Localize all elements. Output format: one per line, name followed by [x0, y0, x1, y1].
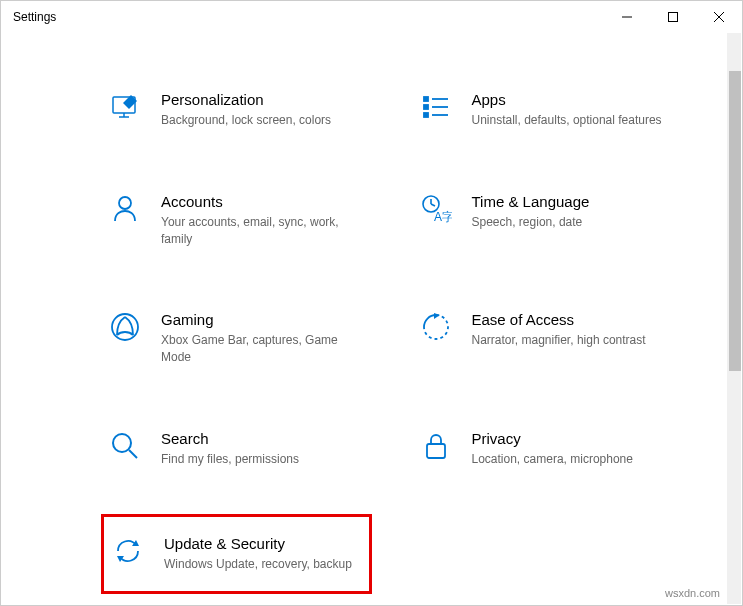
window-title: Settings: [13, 10, 56, 24]
category-text: Privacy Location, camera, microphone: [472, 430, 675, 468]
settings-grid: Personalization Background, lock screen,…: [1, 33, 742, 604]
privacy-icon: [420, 430, 452, 462]
category-desc: Windows Update, recovery, backup: [164, 556, 361, 573]
minimize-button[interactable]: [604, 1, 650, 33]
time-language-icon: A字: [420, 193, 452, 225]
ease-of-access-icon: [420, 311, 452, 343]
category-title: Apps: [472, 91, 675, 108]
personalization-icon: [109, 91, 141, 123]
category-desc: Location, camera, microphone: [472, 451, 675, 468]
category-desc: Background, lock screen, colors: [161, 112, 364, 129]
update-security-icon: [112, 535, 144, 567]
category-text: Gaming Xbox Game Bar, captures, Game Mod…: [161, 311, 364, 366]
category-text: Time & Language Speech, region, date: [472, 193, 675, 231]
svg-rect-8: [424, 105, 428, 109]
svg-rect-22: [427, 444, 445, 458]
category-gaming[interactable]: Gaming Xbox Game Bar, captures, Game Mod…: [101, 303, 372, 374]
accounts-icon: [109, 193, 141, 225]
category-accounts[interactable]: Accounts Your accounts, email, sync, wor…: [101, 185, 372, 256]
category-privacy[interactable]: Privacy Location, camera, microphone: [412, 422, 683, 476]
titlebar: Settings: [1, 1, 742, 33]
watermark: wsxdn.com: [665, 587, 720, 599]
category-desc: Uninstall, defaults, optional features: [472, 112, 675, 129]
svg-rect-7: [424, 97, 428, 101]
category-title: Personalization: [161, 91, 364, 108]
svg-point-13: [119, 197, 131, 209]
category-text: Search Find my files, permissions: [161, 430, 364, 468]
scrollbar-thumb[interactable]: [729, 71, 741, 371]
category-personalization[interactable]: Personalization Background, lock screen,…: [101, 83, 372, 137]
svg-line-16: [431, 204, 435, 206]
svg-marker-19: [434, 313, 440, 319]
svg-text:A字: A字: [434, 210, 452, 224]
category-title: Accounts: [161, 193, 364, 210]
category-desc: Find my files, permissions: [161, 451, 364, 468]
category-title: Time & Language: [472, 193, 675, 210]
gaming-icon: [109, 311, 141, 343]
category-title: Search: [161, 430, 364, 447]
category-desc: Narrator, magnifier, high contrast: [472, 332, 675, 349]
window-controls: [604, 1, 742, 33]
maximize-button[interactable]: [650, 1, 696, 33]
category-text: Accounts Your accounts, email, sync, wor…: [161, 193, 364, 248]
apps-icon: [420, 91, 452, 123]
svg-point-20: [113, 434, 131, 452]
category-text: Update & Security Windows Update, recove…: [164, 535, 361, 573]
category-text: Apps Uninstall, defaults, optional featu…: [472, 91, 675, 129]
category-search[interactable]: Search Find my files, permissions: [101, 422, 372, 476]
category-title: Gaming: [161, 311, 364, 328]
category-title: Update & Security: [164, 535, 361, 552]
category-text: Personalization Background, lock screen,…: [161, 91, 364, 129]
svg-line-21: [129, 450, 137, 458]
search-icon: [109, 430, 141, 462]
category-ease-of-access[interactable]: Ease of Access Narrator, magnifier, high…: [412, 303, 683, 374]
category-desc: Speech, region, date: [472, 214, 675, 231]
svg-rect-1: [669, 13, 678, 22]
category-desc: Your accounts, email, sync, work, family: [161, 214, 364, 248]
close-button[interactable]: [696, 1, 742, 33]
category-update-security[interactable]: Update & Security Windows Update, recove…: [101, 514, 372, 594]
svg-rect-9: [424, 113, 428, 117]
category-time-language[interactable]: A字 Time & Language Speech, region, date: [412, 185, 683, 256]
category-text: Ease of Access Narrator, magnifier, high…: [472, 311, 675, 349]
category-title: Privacy: [472, 430, 675, 447]
category-desc: Xbox Game Bar, captures, Game Mode: [161, 332, 364, 366]
category-apps[interactable]: Apps Uninstall, defaults, optional featu…: [412, 83, 683, 137]
category-title: Ease of Access: [472, 311, 675, 328]
